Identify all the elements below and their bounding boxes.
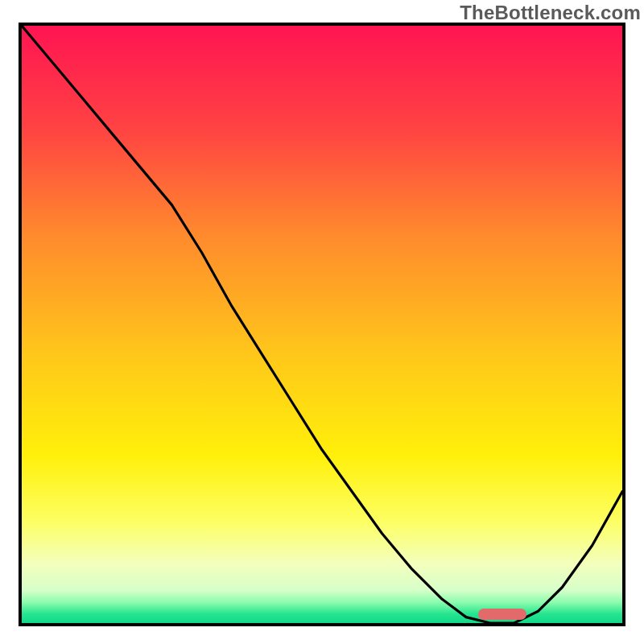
bottleneck-curve: [22, 26, 622, 623]
plot-area: [19, 23, 625, 626]
watermark-text: TheBottleneck.com: [460, 2, 641, 24]
chart-container: TheBottleneck.com: [0, 0, 644, 644]
optimum-marker: [478, 609, 526, 620]
